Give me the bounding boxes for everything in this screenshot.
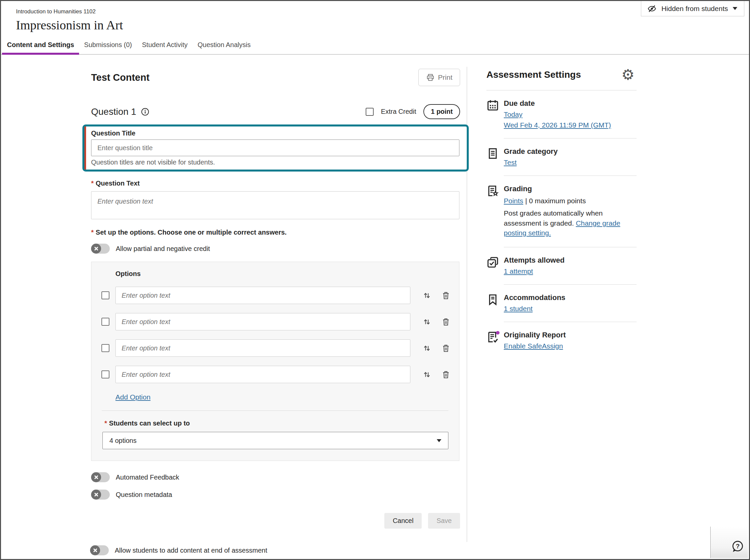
gear-icon[interactable]: ⚙ [622,67,634,82]
automated-feedback-label: Automated Feedback [116,474,179,481]
reorder-option-button[interactable] [422,317,431,326]
required-asterisk: * [91,228,94,236]
document-icon [486,147,499,160]
options-heading: Options [116,270,459,278]
toggle-off-icon [91,244,101,254]
printer-icon [426,73,435,82]
question-metadata-toggle[interactable] [91,489,110,500]
toggle-off-icon [91,472,101,482]
header: Introduction to Humanities 1102 Impressi… [1,1,749,32]
tab-question-analysis[interactable]: Question Analysis [192,38,256,54]
tab-bar: Content and Settings Submissions (0) Stu… [1,38,749,55]
assessment-settings-title: Assessment Settings [486,69,581,80]
question-title-helper: Question titles are not visible for stud… [91,159,458,166]
option-row [101,366,450,383]
option-correct-checkbox[interactable] [101,371,109,378]
accommodations-title: Accommodations [504,293,636,302]
option-correct-checkbox[interactable] [101,318,109,326]
grade-category-link[interactable]: Test [504,159,517,166]
question-text-input[interactable] [91,191,460,219]
extra-credit-checkbox[interactable] [366,108,374,116]
question-title-input[interactable] [91,140,460,156]
reorder-icon [422,291,431,300]
options-count-select[interactable]: 4 options [102,432,448,449]
grade-category-section: Grade category Test [486,139,636,176]
delete-option-button[interactable] [441,291,450,300]
option-row [101,287,450,304]
help-button[interactable]: ? [730,539,745,554]
allow-student-content-toggle[interactable] [90,545,109,555]
svg-text:?: ? [736,543,739,549]
visibility-label: Hidden from students [661,5,728,13]
reorder-option-button[interactable] [422,291,431,300]
originality-link[interactable]: Enable SafeAssign [504,342,563,350]
reorder-option-button[interactable] [422,344,431,353]
info-icon[interactable] [141,107,149,116]
reorder-option-button[interactable] [422,370,431,379]
print-button[interactable]: Print [418,69,460,86]
toggle-off-icon [90,545,100,555]
tab-student-activity[interactable]: Student Activity [137,38,193,54]
grade-category-title: Grade category [504,147,636,156]
accommodations-link[interactable]: 1 student [504,305,532,313]
attempts-link[interactable]: 1 attempt [504,267,533,275]
breadcrumb: Introduction to Humanities 1102 [16,8,749,15]
eye-slash-icon [647,4,656,13]
save-button[interactable]: Save [428,513,460,528]
required-asterisk: * [104,420,107,427]
reorder-icon [422,344,431,353]
options-count-value: 4 options [109,437,137,444]
originality-title: Originality Report [504,331,636,339]
trash-icon [441,317,450,326]
option-row [101,313,450,331]
add-option-link[interactable]: Add Option [116,393,150,401]
accommodations-section: Accommodations 1 student [486,285,636,322]
trash-icon [441,370,450,379]
option-text-input[interactable] [116,287,410,304]
panel-divider [102,411,448,411]
option-text-input[interactable] [116,366,410,383]
assessment-settings-panel: Assessment Settings ⚙ Due date T [486,67,636,359]
max-points-text: | 0 maximum points [523,197,586,205]
required-asterisk: * [91,180,94,187]
chevron-down-icon [733,7,737,10]
bookmark-icon [486,293,499,306]
originality-section: Originality Report Enable SafeAssign [486,322,636,359]
due-date-today-link[interactable]: Today [504,111,523,118]
points-badge[interactable]: 1 point [423,104,460,119]
option-row [101,339,450,357]
question-text-label: *Question Text [91,180,460,187]
option-correct-checkbox[interactable] [101,291,109,299]
grading-section: Grading Points | 0 maximum points Post g… [486,176,636,247]
points-link[interactable]: Points [504,197,523,205]
cancel-button[interactable]: Cancel [384,513,422,528]
assessment-editor-page: Introduction to Humanities 1102 Impressi… [0,0,750,560]
due-date-datetime-link[interactable]: Wed Feb 4, 2026 11:59 PM (GMT) [504,121,611,129]
select-up-to-label: *Students can select up to [104,420,459,427]
print-label: Print [438,74,452,81]
test-content-heading: Test Content [91,72,149,83]
delete-option-button[interactable] [441,370,450,379]
tab-submissions[interactable]: Submissions (0) [79,38,137,54]
attempts-check-icon [486,256,499,269]
help-bubble-icon: ? [730,539,745,554]
question-title-highlight: Question Title Question titles are not v… [82,124,469,172]
question-title-label: Question Title [91,129,458,137]
partial-credit-toggle[interactable] [91,244,110,254]
grading-points-line: Points | 0 maximum points [504,196,636,205]
allow-student-content-label: Allow students to add content at end of … [115,547,267,554]
chevron-down-icon [437,439,441,442]
visibility-dropdown-button[interactable]: Hidden from students [641,1,744,16]
option-text-input[interactable] [116,313,410,331]
grading-title: Grading [504,184,636,193]
delete-option-button[interactable] [441,344,450,353]
extra-credit-label: Extra Credit [381,108,417,116]
tab-content-and-settings[interactable]: Content and Settings [2,38,79,54]
automated-feedback-toggle[interactable] [91,472,110,482]
reorder-icon [422,317,431,326]
page-title: Impressionism in Art [16,18,749,32]
option-text-input[interactable] [116,339,410,357]
option-correct-checkbox[interactable] [101,344,109,352]
question-heading: Question 1 [91,106,136,117]
delete-option-button[interactable] [441,317,450,326]
